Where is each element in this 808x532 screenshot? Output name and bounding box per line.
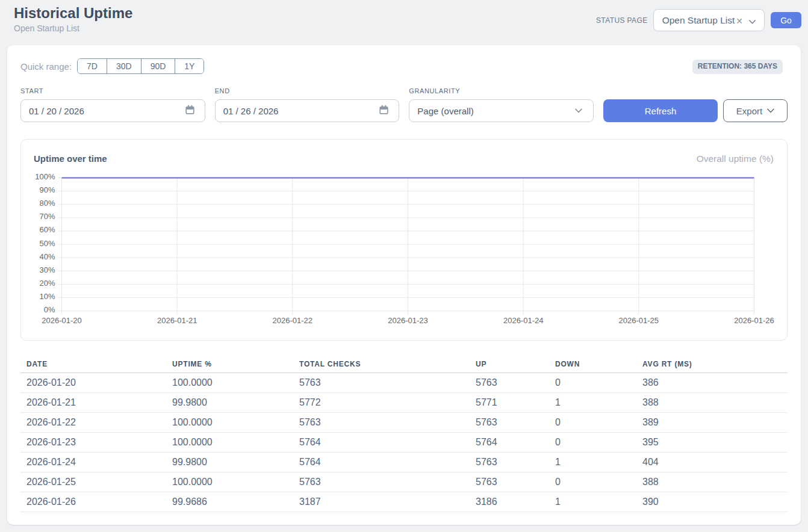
svg-text:2026-01-26: 2026-01-26 bbox=[734, 316, 774, 325]
svg-text:2026-01-21: 2026-01-21 bbox=[157, 316, 197, 325]
svg-text:60%: 60% bbox=[39, 225, 55, 234]
svg-text:2026-01-24: 2026-01-24 bbox=[503, 316, 544, 325]
svg-text:10%: 10% bbox=[39, 292, 55, 301]
svg-text:30%: 30% bbox=[39, 265, 55, 274]
svg-text:20%: 20% bbox=[39, 279, 55, 288]
svg-text:90%: 90% bbox=[39, 185, 55, 194]
svg-text:80%: 80% bbox=[39, 199, 55, 208]
svg-text:50%: 50% bbox=[39, 239, 55, 248]
svg-text:70%: 70% bbox=[39, 212, 55, 221]
svg-text:0%: 0% bbox=[44, 305, 55, 314]
svg-text:2026-01-25: 2026-01-25 bbox=[619, 316, 659, 325]
svg-text:2026-01-20: 2026-01-20 bbox=[42, 316, 82, 325]
svg-text:100%: 100% bbox=[35, 172, 55, 181]
svg-text:2026-01-23: 2026-01-23 bbox=[388, 316, 428, 325]
svg-text:40%: 40% bbox=[39, 252, 55, 261]
svg-text:2026-01-22: 2026-01-22 bbox=[273, 316, 313, 325]
